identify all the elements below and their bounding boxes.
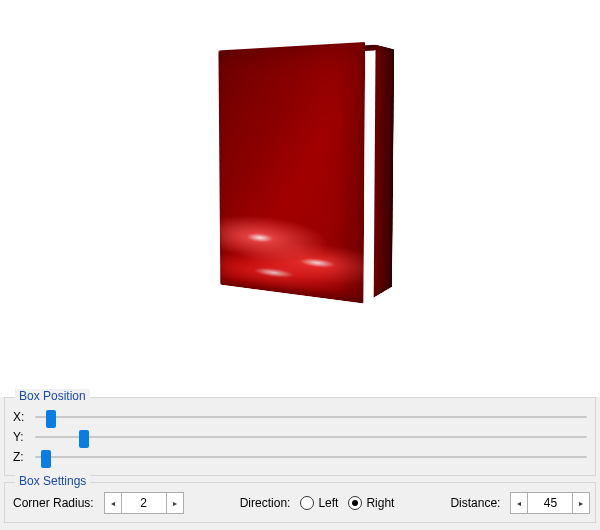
direction-left-label: Left: [318, 496, 338, 510]
triangle-left-icon: ◂: [111, 499, 115, 508]
direction-right-label: Right: [366, 496, 394, 510]
slider-z-row: Z:: [13, 447, 587, 467]
triangle-right-icon: ▸: [579, 499, 583, 508]
box-settings-title: Box Settings: [15, 474, 90, 488]
distance-label: Distance:: [450, 496, 500, 510]
corner-radius-decrement[interactable]: ◂: [105, 493, 122, 513]
slider-x[interactable]: [35, 410, 587, 424]
slider-x-thumb[interactable]: [46, 410, 56, 428]
box-front-face: [218, 42, 365, 304]
box-position-group: Box Position X: Y: Z:: [4, 397, 596, 476]
slider-z-thumb[interactable]: [41, 450, 51, 468]
slider-y-thumb[interactable]: [79, 430, 89, 448]
box-side-face: [374, 45, 395, 298]
direction-right-radio[interactable]: Right: [348, 496, 394, 510]
direction-left-radio[interactable]: Left: [300, 496, 338, 510]
radio-icon: [348, 496, 362, 510]
direction-label: Direction:: [240, 496, 291, 510]
box-settings-group: Box Settings Corner Radius: ◂ ▸ Directio…: [4, 482, 596, 523]
radio-icon: [300, 496, 314, 510]
corner-radius-increment[interactable]: ▸: [166, 493, 183, 513]
corner-radius-stepper[interactable]: ◂ ▸: [104, 492, 184, 514]
triangle-right-icon: ▸: [173, 499, 177, 508]
slider-y-row: Y:: [13, 427, 587, 447]
slider-y-label: Y:: [13, 430, 29, 444]
slider-y[interactable]: [35, 430, 587, 444]
corner-radius-label: Corner Radius:: [13, 496, 94, 510]
triangle-left-icon: ◂: [517, 499, 521, 508]
slider-x-label: X:: [13, 410, 29, 424]
corner-radius-input[interactable]: [122, 493, 166, 513]
distance-decrement[interactable]: ◂: [511, 493, 528, 513]
controls-panel: Box Position X: Y: Z: Box Settings: [0, 397, 600, 530]
slider-x-row: X:: [13, 407, 587, 427]
distance-input[interactable]: [528, 493, 572, 513]
preview-canvas: [0, 0, 600, 397]
distance-increment[interactable]: ▸: [572, 493, 589, 513]
slider-z-label: Z:: [13, 450, 29, 464]
distance-stepper[interactable]: ◂ ▸: [510, 492, 590, 514]
slider-z[interactable]: [35, 450, 587, 464]
box-position-title: Box Position: [15, 389, 90, 403]
